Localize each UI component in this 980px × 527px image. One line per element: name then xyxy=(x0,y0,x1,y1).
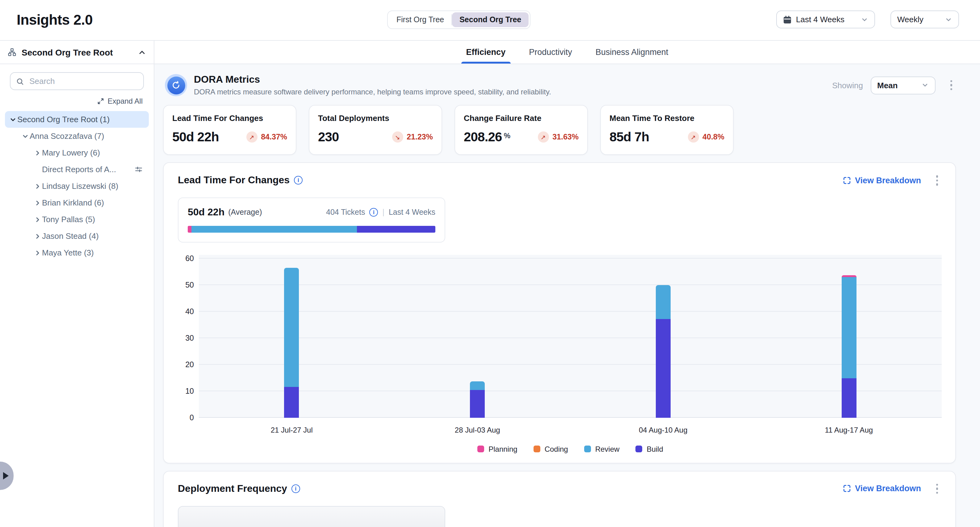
tickets-count: 404 Tickets xyxy=(326,208,365,216)
metric-value: 230 xyxy=(318,130,339,144)
stacked-bar-04-Aug-10-Aug xyxy=(656,285,671,417)
bar-segment-review xyxy=(656,285,671,319)
aggregation-dropdown[interactable]: Mean xyxy=(870,76,935,94)
org-toggle-option[interactable]: First Org Tree xyxy=(389,12,452,27)
sliders-icon[interactable] xyxy=(135,165,143,173)
date-range-dropdown[interactable]: Last 4 Weeks xyxy=(776,11,875,29)
metric-cards-row: Lead Time For Changes 50d 22h ↗ 84.37% T… xyxy=(163,105,956,155)
dora-header: DORA Metrics DORA metrics measure softwa… xyxy=(163,74,956,96)
view-breakdown-link[interactable]: View Breakdown xyxy=(843,484,921,494)
chevron-down-icon xyxy=(921,81,928,89)
search-input[interactable] xyxy=(28,76,138,86)
expand-all-label: Expand All xyxy=(108,97,143,106)
bars-layer xyxy=(199,254,942,417)
deployment-kebab-menu[interactable] xyxy=(932,480,942,497)
tree-item[interactable]: Second Org Tree Root (1) xyxy=(5,111,149,128)
tree-item-label: Lindsay Liszewski (8) xyxy=(42,181,118,190)
bar-segment-build xyxy=(470,390,485,417)
info-icon[interactable]: i xyxy=(291,484,300,493)
summary-qualifier: (Average) xyxy=(228,208,262,216)
metric-value: 208.26 xyxy=(464,130,502,144)
info-icon[interactable]: i xyxy=(294,176,302,185)
tree-item[interactable]: Maya Yette (3) xyxy=(5,244,149,261)
tree-item-label: Tony Pallas (5) xyxy=(42,215,95,224)
trend-percent: 40.8% xyxy=(702,133,724,141)
collapse-sidebar-chevron-up-icon[interactable] xyxy=(138,48,146,56)
info-icon[interactable]: i xyxy=(369,208,378,216)
tree-item-label: Second Org Tree Root (1) xyxy=(17,115,110,124)
y-axis-tick-label: 10 xyxy=(173,387,194,395)
tree-item[interactable]: Anna Scozzafava (7) xyxy=(5,128,149,144)
legend-label: Planning xyxy=(488,444,517,453)
chevron-down-icon xyxy=(861,16,868,23)
view-breakdown-link[interactable]: View Breakdown xyxy=(843,176,921,185)
metric-unit: % xyxy=(504,132,511,140)
tree-item[interactable]: Brian Kirkland (6) xyxy=(5,194,149,211)
phase-segment-review xyxy=(191,225,357,232)
bar-slot xyxy=(756,254,942,417)
metric-value: 85d 7h xyxy=(609,130,649,144)
stacked-bar-28-Jul-03-Aug xyxy=(470,382,485,417)
granularity-value: Weekly xyxy=(897,15,923,24)
tab-productivity[interactable]: Productivity xyxy=(528,41,573,63)
org-chart-icon xyxy=(7,48,17,57)
aggregation-value: Mean xyxy=(877,81,897,90)
chart-legend: PlanningCodingReviewBuild xyxy=(199,444,942,453)
bar-segment-review xyxy=(284,268,299,387)
tree-item[interactable]: Tony Pallas (5) xyxy=(5,211,149,228)
y-axis-tick-label: 40 xyxy=(173,307,194,316)
expand-arrows-icon xyxy=(97,97,105,105)
tree-item[interactable]: Mary Lowery (6) xyxy=(5,144,149,161)
deployment-frequency-section: Deployment Frequency i View Breakdown xyxy=(163,471,956,527)
legend-item-coding[interactable]: Coding xyxy=(533,444,568,453)
bar-segment-review xyxy=(470,382,485,390)
tree-item-label: Maya Yette (3) xyxy=(42,248,94,257)
metric-card-total-deployments: Total Deployments 230 ↘ 21.23% xyxy=(309,105,442,155)
metric-title: Mean Time To Restore xyxy=(609,114,724,123)
granularity-dropdown[interactable]: Weekly xyxy=(891,11,959,29)
y-axis-tick-label: 60 xyxy=(173,254,194,263)
summary-value: 50d 22h xyxy=(188,206,224,217)
trend-percent: 21.23% xyxy=(407,133,433,141)
lead-time-chart: 0102030405060 21 Jul-27 Jul28 Jul-03 Aug… xyxy=(199,254,942,453)
org-tree-toggle: First Org TreeSecond Org Tree xyxy=(387,11,530,29)
metric-title: Total Deployments xyxy=(318,114,433,123)
org-toggle-option[interactable]: Second Org Tree xyxy=(452,12,528,27)
bar-segment-build xyxy=(656,319,671,417)
stacked-bar-21-Jul-27-Jul xyxy=(284,268,299,417)
metric-card-mean-time-to-restore: Mean Time To Restore 85d 7h ↗ 40.8% xyxy=(600,105,733,155)
tab-efficiency[interactable]: Efficiency xyxy=(465,41,507,63)
search-icon xyxy=(16,77,24,86)
x-axis-label: 28 Jul-03 Aug xyxy=(385,425,571,434)
y-axis-tick-label: 50 xyxy=(173,281,194,289)
showing-label: Showing xyxy=(832,81,863,90)
x-axis-label: 21 Jul-27 Jul xyxy=(199,425,385,434)
expand-all-button[interactable]: Expand All xyxy=(0,97,143,106)
deployment-frequency-title: Deployment Frequency xyxy=(178,483,287,494)
legend-label: Build xyxy=(646,444,663,453)
y-axis-tick-label: 0 xyxy=(173,413,194,422)
dora-kebab-menu[interactable] xyxy=(947,76,956,94)
chevron-right-icon xyxy=(34,216,41,223)
triangle-right-icon xyxy=(3,472,9,479)
trend-arrow-down-icon: ↘ xyxy=(392,132,403,143)
legend-item-planning[interactable]: Planning xyxy=(477,444,517,453)
trend-badge: ↘ 21.23% xyxy=(392,132,433,143)
chevron-right-icon xyxy=(34,149,41,156)
lead-time-kebab-menu[interactable] xyxy=(932,171,942,189)
sidebar-header: Second Org Tree Root xyxy=(0,41,154,64)
top-header: Insights 2.0 First Org TreeSecond Org Tr… xyxy=(0,0,980,41)
metric-value: 50d 22h xyxy=(172,130,219,144)
tab-business-alignment[interactable]: Business Alignment xyxy=(594,41,670,63)
tree-item[interactable]: Direct Reports of A... xyxy=(5,161,149,178)
tree-item[interactable]: Jason Stead (4) xyxy=(5,228,149,244)
bar-slot xyxy=(570,254,756,417)
dora-title: DORA Metrics xyxy=(194,74,551,85)
legend-item-review[interactable]: Review xyxy=(584,444,620,453)
dora-description: DORA metrics measure software delivery p… xyxy=(194,87,551,96)
tree-item[interactable]: Lindsay Liszewski (8) xyxy=(5,178,149,194)
legend-item-build[interactable]: Build xyxy=(635,444,663,453)
trend-arrow-up-icon: ↗ xyxy=(538,132,549,143)
tree-item-label: Brian Kirkland (6) xyxy=(42,198,104,207)
chevron-right-icon xyxy=(34,199,41,206)
